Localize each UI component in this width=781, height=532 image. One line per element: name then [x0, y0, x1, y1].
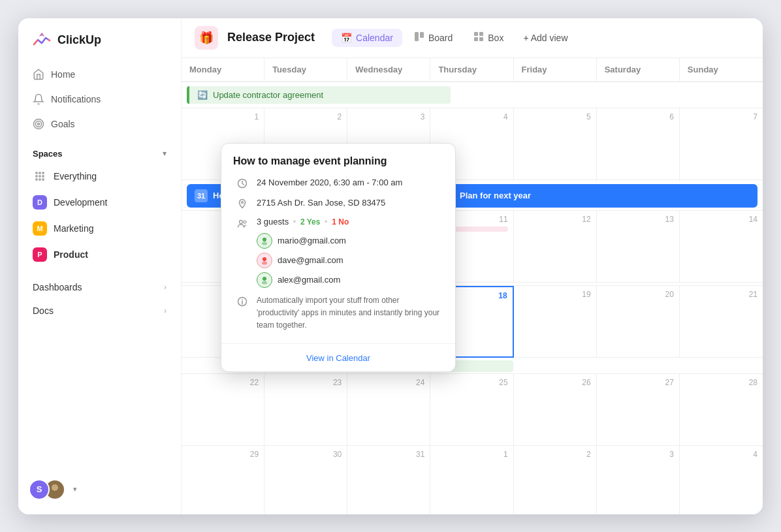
day-header-sunday: Sunday: [680, 58, 763, 82]
calendar-area: Monday Tuesday Wednesday Thursday Friday…: [182, 58, 763, 514]
sidebar-item-notifications[interactable]: Notifications: [25, 87, 174, 111]
event-popup: How to manage event planning 24 November…: [221, 143, 456, 373]
svg-point-15: [50, 492, 60, 498]
w2-day6: 13: [597, 211, 680, 283]
spaces-title: Spaces: [33, 149, 63, 159]
contractor-event-col[interactable]: 🔄 Update contractor agreement: [184, 85, 596, 105]
event2-label: Plan for next year: [460, 191, 531, 200]
svg-point-7: [42, 172, 44, 174]
svg-point-26: [263, 238, 266, 242]
svg-rect-18: [474, 32, 478, 36]
guest-2-email: dave@gmail.com: [278, 255, 343, 265]
board-tab-icon: [414, 31, 424, 44]
docs-item[interactable]: Docs ›: [25, 300, 174, 322]
event2-bar[interactable]: 31 Plan for next year: [434, 184, 757, 208]
svg-point-5: [35, 172, 38, 174]
w3-day5: 19: [514, 286, 597, 358]
yes-count: 2 Yes: [300, 217, 320, 227]
svg-point-8: [35, 175, 38, 178]
svg-point-30: [263, 277, 266, 281]
popup-date-row: 24 November 2020, 6:30 am - 7:00 am: [233, 176, 443, 190]
tab-board[interactable]: Board: [405, 27, 462, 48]
event2-col[interactable]: 31 Plan for next year: [431, 183, 760, 209]
sidebar-footer: S ▾: [18, 473, 181, 507]
spaces-section: Spaces ▾ Everything D Development M Mark…: [18, 137, 181, 271]
w5-day7: 4: [680, 446, 763, 514]
week4-cells: 22 23 24 25 26 27 28: [182, 374, 763, 446]
w4-day5: 26: [514, 374, 597, 446]
app-name: ClickUp: [57, 33, 101, 47]
w3-day6: 20: [597, 286, 680, 358]
sidebar-item-marketing[interactable]: M Marketing: [25, 216, 174, 241]
box-tab-icon: [473, 31, 484, 44]
view-in-calendar-link[interactable]: View in Calendar: [306, 353, 370, 363]
week1-day7: 7: [680, 108, 763, 180]
development-badge: D: [33, 195, 47, 210]
guest-3-email: alex@gmail.com: [278, 275, 340, 285]
spaces-chevron-icon: ▾: [163, 149, 167, 158]
guest-1-email: mario@gmail.com: [278, 236, 346, 245]
main-content: 🎁 Release Project 📅 Calendar Board: [182, 18, 763, 514]
tab-box[interactable]: Box: [464, 27, 513, 48]
svg-point-23: [242, 201, 244, 203]
svg-point-31: [262, 281, 267, 284]
popup-footer: View in Calendar: [221, 343, 455, 371]
home-icon: [33, 69, 44, 80]
sidebar-item-everything-label: Everything: [54, 171, 97, 181]
svg-point-25: [244, 221, 246, 223]
dashboards-item[interactable]: Dashboards ›: [25, 276, 174, 298]
sidebar-item-goals[interactable]: Goals: [25, 112, 174, 136]
w5-day3: 31: [347, 446, 430, 514]
svg-point-28: [263, 257, 266, 261]
w4-day4: 25: [430, 374, 513, 446]
box-tab-label: Box: [488, 33, 503, 43]
guest-1-avatar: [257, 233, 272, 249]
sidebar-item-development[interactable]: D Development: [25, 190, 174, 215]
spaces-header[interactable]: Spaces ▾: [25, 146, 174, 164]
svg-point-10: [42, 175, 44, 178]
calendar-day-headers: Monday Tuesday Wednesday Thursday Friday…: [182, 58, 763, 82]
sidebar-item-everything[interactable]: Everything: [25, 164, 174, 189]
guest-1: mario@gmail.com: [257, 233, 349, 249]
docs-label: Docs: [33, 305, 54, 316]
avatar-group: S: [29, 479, 65, 500]
w5-day5: 2: [514, 446, 597, 514]
calendar-tab-icon: 📅: [341, 33, 352, 43]
guest-2-avatar: [257, 253, 272, 268]
sidebar-item-product-label: Product: [54, 249, 88, 260]
add-view-label: + Add view: [523, 33, 567, 43]
svg-rect-17: [420, 32, 424, 38]
sidebar-item-home-label: Home: [51, 69, 75, 80]
day-header-thursday: Thursday: [430, 58, 513, 82]
marketing-badge: M: [33, 221, 47, 236]
day-header-tuesday: Tuesday: [264, 58, 347, 82]
view-tabs: 📅 Calendar Board Box: [332, 27, 575, 48]
day-header-wednesday: Wednesday: [347, 58, 430, 82]
sidebar-item-notifications-label: Notifications: [51, 94, 101, 104]
popup-header: How to manage event planning 24 November…: [221, 144, 455, 344]
sidebar-logo: ClickUp: [18, 30, 181, 63]
empty-contractor-col: [596, 85, 760, 105]
popup-clock-icon: [236, 177, 249, 190]
project-icon: 🎁: [195, 26, 218, 50]
tab-calendar[interactable]: 📅 Calendar: [332, 29, 402, 47]
popup-title: How to manage event planning: [233, 155, 443, 167]
sidebar-item-home[interactable]: Home: [25, 63, 174, 86]
guests-count: 3 guests: [257, 217, 289, 227]
event1-icon: 31: [195, 189, 208, 202]
w4-day6: 27: [597, 374, 680, 446]
svg-point-29: [262, 261, 267, 264]
svg-rect-16: [415, 32, 419, 41]
sidebar-item-product[interactable]: P Product: [25, 242, 174, 267]
popup-description: Automatically import your stuff from oth…: [257, 294, 441, 332]
w3-day7: 21: [680, 286, 763, 358]
week1-day5: 5: [514, 108, 597, 180]
week5-cells: 29 30 31 1 2 3 4: [182, 446, 763, 514]
svg-point-3: [36, 121, 42, 127]
sidebar-item-goals-label: Goals: [51, 119, 75, 129]
contractor-event-bar[interactable]: 🔄 Update contractor agreement: [187, 86, 451, 104]
svg-point-6: [39, 172, 41, 174]
add-view-button[interactable]: + Add view: [515, 29, 575, 47]
svg-rect-20: [474, 37, 478, 41]
popup-guests-row: 3 guests • 2 Yes • 1 No: [233, 217, 443, 288]
